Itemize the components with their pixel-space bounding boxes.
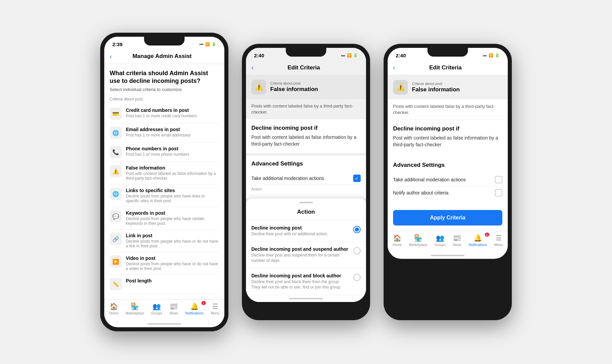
nav-marketplace[interactable]: 🏪 Marketplace (126, 302, 144, 315)
phone-1-nav-header: ‹ Manage Admin Assist (104, 49, 224, 64)
action-option-suspend-radio[interactable] (353, 247, 361, 254)
phone-2-time: 2:40 (254, 53, 264, 58)
nav-home-label-3: Home (393, 243, 402, 247)
phone-3-notify-author-row[interactable]: Notify author about criteria (393, 186, 502, 199)
phone-3-status-icons: ▪▪▪ 🛜 🔋 (483, 53, 500, 58)
criteria-item-link[interactable]: 🔗 Link in post Decline posts from people… (110, 230, 219, 252)
phone-2-decline-section: Decline incoming post if Post with conte… (246, 119, 366, 153)
phone-2-take-additional-checkbox[interactable]: ✓ (353, 175, 361, 182)
battery-icon-2: 🔋 (353, 53, 358, 58)
phone-3-nav-home[interactable]: 🏠 Home (393, 234, 402, 247)
criteria-video-name: Video in post (126, 255, 219, 261)
action-option-decline[interactable]: Decline incoming post Decline their post… (246, 220, 366, 242)
phone-3-back-button[interactable]: ‹ (393, 64, 395, 71)
menu-icon: ☰ (212, 302, 218, 310)
wifi-icon-3: 🛜 (489, 53, 493, 58)
criteria-email-name: Email addresses in post (126, 127, 219, 132)
nav-groups[interactable]: 👥 Groups (151, 302, 162, 315)
nav-menu[interactable]: ☰ Menu (211, 302, 219, 315)
criteria-link-desc: Decline posts from people who have or do… (126, 239, 219, 248)
groups-icon-3: 👥 (436, 234, 444, 242)
criteria-item-post-length[interactable]: 📏 Post length (110, 275, 219, 294)
phone-2-advanced-settings: Advanced Settings Take additional modera… (246, 156, 366, 199)
battery-icon: 🔋 (212, 42, 216, 47)
criteria-item-links[interactable]: 🌐 Links to specific sites Decline posts … (110, 184, 219, 207)
phone-3-decline-heading: Decline incoming post if (393, 125, 502, 132)
nav-marketplace-label: Marketplace (126, 311, 144, 315)
nav-notifications[interactable]: 🔔 1 Notifications (185, 302, 203, 315)
credit-card-icon: 💳 (110, 108, 122, 120)
phone-3-nav-menu[interactable]: ☰ Menu (494, 234, 503, 247)
phone-3-notify-author-checkbox[interactable] (495, 189, 502, 196)
phone-2-criteria-desc: Posts with content labeled false by a th… (246, 99, 366, 119)
action-option-suspend[interactable]: Decline incoming post and suspend author… (246, 242, 366, 268)
phone-1-criteria-label: Criteria about post (110, 97, 219, 101)
phone-1-screen-content: What criteria should Admin Assist use to… (104, 64, 224, 300)
email-icon: 🌐 (110, 127, 122, 139)
criteria-links-desc: Decline posts from people who have links… (126, 194, 219, 203)
video-icon: ▶️ (110, 255, 122, 268)
criteria-item-phone[interactable]: 📞 Phone numbers in post Post has 1 or mo… (110, 143, 219, 162)
home-icon: 🏠 (110, 302, 118, 310)
action-option-block-radio[interactable] (353, 274, 361, 281)
apply-criteria-button[interactable]: Apply Criteria (393, 210, 502, 225)
action-option-decline-name: Decline incoming post (251, 225, 349, 231)
criteria-false-info-desc: Post with content labeled as false infor… (126, 171, 219, 181)
news-icon: 📰 (169, 302, 178, 310)
phone-3-advanced-title: Advanced Settings (393, 162, 502, 169)
nav-news[interactable]: 📰 News (169, 302, 178, 315)
criteria-item-false-info[interactable]: ⚠️ False information Post with content l… (110, 162, 219, 184)
phone-3-nav-notifications[interactable]: 🔔 1 Notifications (469, 234, 487, 247)
criteria-item-email[interactable]: 🌐 Email addresses in post Post has 1 or … (110, 123, 219, 143)
phone-2-criteria-header: ⚠️ Criteria about post False information (246, 75, 366, 99)
criteria-video-desc: Decline posts from people who have or do… (126, 262, 219, 271)
criteria-credit-card-name: Credit card numbers in post (126, 108, 219, 113)
phone-3-nav-groups[interactable]: 👥 Groups (435, 234, 446, 247)
phone-2-nav-header: ‹ Edit Criteria (246, 60, 366, 75)
notifications-icon: 🔔 (190, 302, 199, 310)
phone-3-bottom-nav: 🏠 Home 🏪 Marketplace 👥 Groups 📰 News 🔔 (388, 231, 508, 252)
nav-menu-label-3: Menu (494, 243, 503, 247)
phone-3-decline-section: Decline incoming post if Post with conte… (388, 120, 508, 153)
phone-2-action-peek-label: Action (251, 185, 361, 193)
phone-3-screen-content: ⚠️ Criteria about post False information… (388, 75, 508, 205)
phone-1-back-button[interactable]: ‹ (110, 53, 112, 60)
action-option-decline-radio[interactable] (353, 226, 361, 233)
nav-home-label: Home (109, 311, 118, 315)
warning-icon: ⚠️ (110, 165, 122, 177)
marketplace-icon-3: 🏪 (414, 234, 422, 242)
phone-3-advanced-settings: Advanced Settings Take additional modera… (388, 156, 508, 205)
nav-home[interactable]: 🏠 Home (109, 302, 118, 315)
phone-2-back-button[interactable]: ‹ (251, 64, 254, 71)
groups-icon: 👥 (152, 302, 161, 310)
nav-news-label-3: News (453, 243, 461, 247)
phone-3-take-additional-checkbox[interactable] (495, 176, 502, 183)
phone-2-criteria-sublabel: Criteria about post (270, 81, 318, 85)
criteria-credit-card-desc: Post has 1 or more credit card numbers (126, 114, 219, 118)
phone-2-action-sheet: Action Decline incoming post Decline the… (246, 199, 366, 302)
action-option-block-desc: Decline their post and block them from t… (251, 279, 349, 290)
phone-2-take-additional-row[interactable]: Take additional moderation actions ✓ (251, 172, 361, 185)
criteria-item-credit-card[interactable]: 💳 Credit card numbers in post Post has 1… (110, 104, 219, 123)
action-option-suspend-desc: Decline their post and suspend them for … (251, 253, 349, 263)
phone-3-nav-header: ‹ Edit Criteria (388, 60, 508, 75)
phone-1-heading: What criteria should Admin Assist use to… (110, 69, 219, 85)
phone-icon: 📞 (110, 146, 122, 158)
phone-3-nav-news[interactable]: 📰 News (453, 234, 461, 247)
criteria-item-keywords[interactable]: 💬 Keywords in post Decline posts from pe… (110, 207, 219, 230)
phone-3-decline-desc: Post with content labeled as false infor… (393, 135, 502, 148)
phone-3-take-additional-label: Take additional moderation actions (393, 177, 495, 182)
phone-1-nav-title: Manage Admin Assist (116, 53, 208, 60)
phone-3-criteria-header: ⚠️ Criteria about post False information (388, 75, 508, 99)
phone-2-warning-icon: ⚠️ (251, 80, 266, 94)
criteria-item-video[interactable]: ▶️ Video in post Decline posts from peop… (110, 252, 219, 275)
nav-menu-label: Menu (211, 311, 219, 315)
phone-3-notify-author-label: Notify author about criteria (393, 190, 495, 195)
action-option-decline-desc: Decline their post with no additional ac… (251, 232, 349, 237)
action-option-block[interactable]: Decline incoming post and block author D… (246, 268, 366, 295)
wifi-icon: 🛜 (205, 42, 210, 47)
phone-3-notch (427, 48, 468, 57)
nav-groups-label: Groups (151, 311, 162, 315)
phone-3-nav-marketplace[interactable]: 🏪 Marketplace (409, 234, 427, 247)
phone-3-take-additional-row[interactable]: Take additional moderation actions (393, 173, 502, 186)
